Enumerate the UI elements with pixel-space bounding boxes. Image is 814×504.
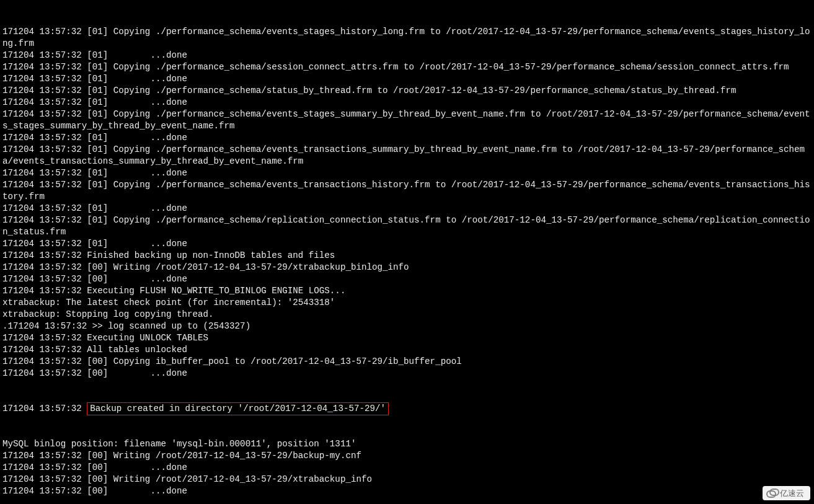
log-line: 171204 13:57:32 [00] ...done: [2, 485, 814, 497]
log-line: 171204 13:57:32 [01] ...done: [2, 50, 814, 61]
log-line: 171204 13:57:32 All tables unlocked: [2, 344, 814, 356]
log-line: xtrabackup: Stopping log copying thread.: [2, 309, 814, 321]
log-line: 171204 13:57:32 [01] ...done: [2, 97, 814, 108]
log-line: 171204 13:57:32 [01] ...done: [2, 132, 814, 144]
log-line: 171204 13:57:32 [01] Copying ./performan…: [2, 26, 814, 50]
log-line: 171204 13:57:32 Executing UNLOCK TABLES: [2, 332, 814, 344]
log-lines: 171204 13:57:32 [01] Copying ./performan…: [2, 26, 814, 379]
watermark-text: 亿速云: [780, 487, 804, 499]
log-line: MySQL binlog position: filename 'mysql-b…: [2, 438, 814, 450]
log-line: 171204 13:57:32 [01] Copying ./performan…: [2, 179, 814, 203]
log-line: 171204 13:57:32 Finished backing up non-…: [2, 250, 814, 262]
log-line: 171204 13:57:32 [00] ...done: [2, 368, 814, 379]
log-line: 171204 13:57:32 [01] ...done: [2, 203, 814, 214]
log-line: 171204 13:57:32 [01] Copying ./performan…: [2, 214, 814, 238]
log-line: .171204 13:57:32 >> log scanned up to (2…: [2, 321, 814, 332]
log-line: 171204 13:57:32 [01] ...done: [2, 73, 814, 85]
terminal-output[interactable]: 171204 13:57:32 [01] Copying ./performan…: [0, 0, 814, 504]
log-line: 171204 13:57:32 [00] Writing /root/2017-…: [2, 262, 814, 273]
log-lines-after: MySQL binlog position: filename 'mysql-b…: [2, 438, 814, 497]
log-line: 171204 13:57:32 [00] Copying ib_buffer_p…: [2, 356, 814, 368]
highlight-backup-created: Backup created in directory '/root/2017-…: [87, 402, 389, 415]
log-line: 171204 13:57:32 [00] Writing /root/2017-…: [2, 450, 814, 462]
log-line: 171204 13:57:32 [00] Writing /root/2017-…: [2, 474, 814, 485]
log-line: 171204 13:57:32 [01] Copying ./performan…: [2, 144, 814, 167]
log-line: xtrabackup: The latest check point (for …: [2, 297, 814, 309]
log-line: 171204 13:57:32 [01] ...done: [2, 238, 814, 250]
log-line: 171204 13:57:32 [00] ...done: [2, 273, 814, 285]
cloud-icon: [766, 489, 777, 498]
log-line: 171204 13:57:32 [01] ...done: [2, 167, 814, 179]
log-line: 171204 13:57:32 Executing FLUSH NO_WRITE…: [2, 285, 814, 297]
line-prefix: 171204 13:57:32: [2, 404, 87, 413]
log-line: 171204 13:57:32 [01] Copying ./performan…: [2, 85, 814, 97]
watermark-badge: 亿速云: [763, 486, 810, 500]
log-line: 171204 13:57:32 [01] Copying ./performan…: [2, 108, 814, 132]
log-line: 171204 13:57:32 [00] ...done: [2, 462, 814, 474]
backup-created-line: 171204 13:57:32 Backup created in direct…: [2, 403, 814, 415]
log-line: 171204 13:57:32 [01] Copying ./performan…: [2, 61, 814, 73]
